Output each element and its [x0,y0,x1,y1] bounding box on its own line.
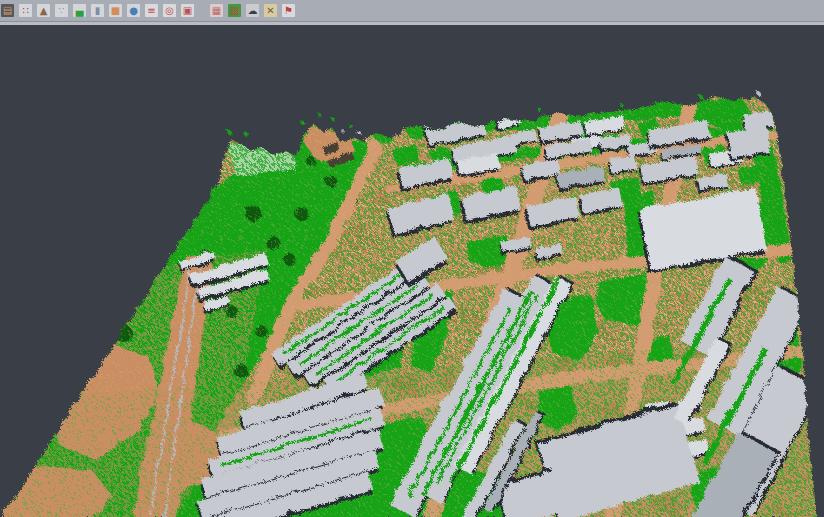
toolbar: ▤∷▲∵▄▮■●≡◎▣▦▧☁✕⚑ [0,0,824,22]
terrain-point-cloud [0,0,824,517]
exclude-area-icon[interactable]: ✕ [264,4,277,17]
flag-icon[interactable]: ⚑ [282,4,295,17]
profile-lines-icon[interactable]: ≡ [145,4,158,17]
grid-tool-icon[interactable]: ▦ [210,4,223,17]
circle-tool-icon[interactable]: ◎ [163,4,176,17]
terrain-icon[interactable]: ▲ [37,4,50,17]
classification-map-icon[interactable]: ▧ [228,4,241,17]
ground-square-icon[interactable]: ■ [109,4,122,17]
building-column-icon[interactable]: ▮ [91,4,104,17]
scatter-points-icon[interactable]: ∷ [19,4,32,17]
layers-icon[interactable]: ▤ [1,4,14,17]
viewport-3d-scene[interactable] [0,0,824,517]
point-cloud-icon[interactable]: ☁ [246,4,259,17]
globe-icon[interactable]: ● [127,4,140,17]
classify-points-icon[interactable]: ∵ [55,4,68,17]
select-box-icon[interactable]: ▣ [181,4,194,17]
vegetation-icon[interactable]: ▄ [73,4,86,17]
